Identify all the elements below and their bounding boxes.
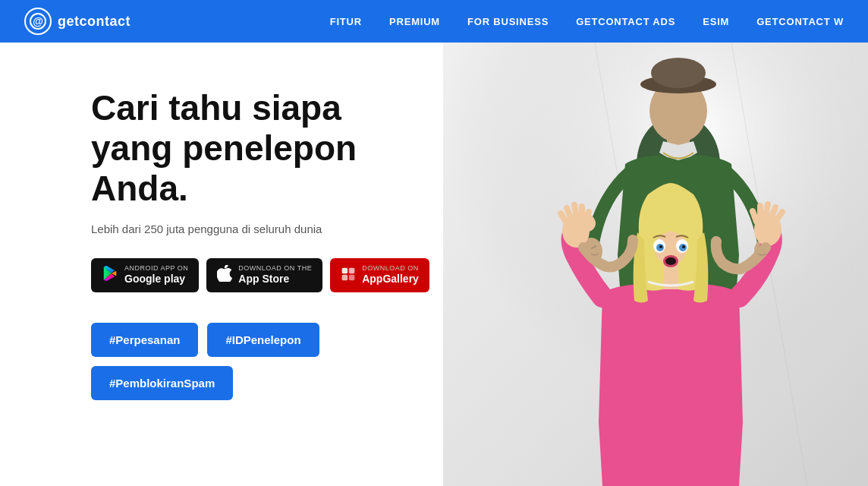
logo-text: getcontact: [58, 14, 131, 30]
nav-menu: FITUR PREMIUM FOR BUSINESS GETCONTACT AD…: [330, 16, 844, 27]
nav-item-premium[interactable]: PREMIUM: [389, 16, 440, 27]
main-content: Cari tahu siapa yang penelepon Anda. Leb…: [0, 43, 868, 486]
hero-subtitle: Lebih dari 250 juta pengguna di seluruh …: [91, 222, 455, 235]
navbar: @ getcontact FITUR PREMIUM FOR BUSINESS …: [0, 0, 868, 43]
svg-point-28: [665, 257, 676, 265]
hashtag-perpesanan[interactable]: #Perpesanan: [91, 323, 198, 357]
app-gallery-button[interactable]: Download on AppGallery: [330, 258, 429, 292]
hero-svg: [443, 43, 868, 486]
svg-point-25: [659, 245, 662, 248]
hashtag-id-penelepon[interactable]: #IDPenelepon: [207, 323, 319, 357]
svg-rect-4: [342, 274, 348, 280]
app-buttons-group: ANDROID APP ON Google play Download on t…: [91, 258, 455, 292]
nav-item-for-business[interactable]: FOR BUSINESS: [467, 16, 549, 27]
hero-title: Cari tahu siapa yang penelepon Anda.: [91, 88, 395, 209]
hashtag-buttons-group: #Perpesanan #IDPenelepon #PemblokiranSpa…: [91, 323, 455, 400]
hero-illustration: [443, 43, 868, 486]
nav-item-esim[interactable]: eSIM: [703, 16, 729, 27]
svg-rect-5: [349, 274, 355, 280]
logo-icon: @: [24, 8, 52, 35]
hashtag-pemblokiran-spam[interactable]: #PemblokiranSpam: [91, 366, 233, 400]
google-play-text: ANDROID APP ON Google play: [124, 264, 188, 286]
nav-item-getcontact-w[interactable]: GETCONTACT W: [756, 16, 844, 27]
app-store-text: Download on the App Store: [238, 264, 312, 286]
app-store-button[interactable]: Download on the App Store: [206, 258, 322, 292]
appgallery-text: Download on AppGallery: [362, 264, 419, 286]
logo[interactable]: @ getcontact: [24, 8, 131, 35]
nav-item-ads[interactable]: GETCONTACT ADS: [576, 16, 675, 27]
nav-item-fitur[interactable]: FITUR: [330, 16, 362, 27]
google-play-button[interactable]: ANDROID APP ON Google play: [91, 258, 199, 292]
apple-icon: [217, 265, 232, 285]
appgallery-icon: [341, 267, 356, 284]
svg-point-26: [682, 245, 685, 248]
hero-section: Cari tahu siapa yang penelepon Anda. Leb…: [0, 43, 455, 486]
svg-text:@: @: [33, 15, 43, 27]
svg-rect-2: [342, 267, 348, 273]
google-play-icon: [102, 265, 118, 285]
svg-rect-3: [349, 267, 355, 273]
svg-point-13: [651, 58, 706, 88]
